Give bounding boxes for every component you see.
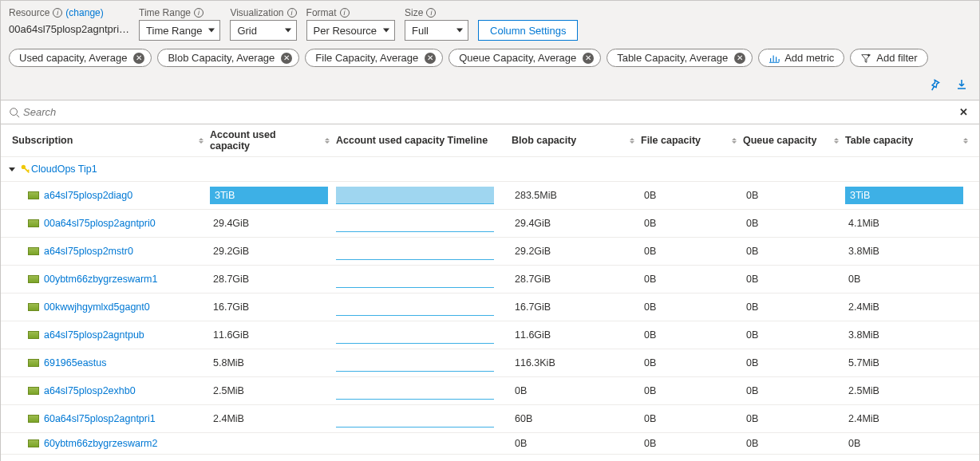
footer-toolbar: Done Editing Add text| Add query| Add me… — [1, 455, 979, 461]
file-capacity-value: 0B — [641, 246, 656, 257]
timeline-bar — [336, 354, 494, 372]
table-row: 00ybtm66zbygrzeswarm1 28.7GiB 28.7GiB 0B… — [1, 266, 979, 294]
remove-chip-icon[interactable]: ✕ — [425, 53, 436, 64]
blob-capacity-value: 116.3KiB — [512, 357, 555, 368]
format-dropdown[interactable]: Per Resource — [306, 20, 395, 41]
table-capacity-value: 5.7MiB — [845, 357, 879, 368]
column-settings-block: Column Settings — [478, 7, 578, 41]
remove-chip-icon[interactable]: ✕ — [583, 53, 594, 64]
storage-account-link[interactable]: 00kwwjhgymlxd5gagnt0 — [44, 301, 150, 313]
file-capacity-value: 0B — [641, 385, 656, 396]
col-blob[interactable]: Blob capacity — [508, 129, 638, 152]
timeline-bar — [336, 270, 494, 288]
filter-icon — [860, 53, 871, 64]
file-capacity-value: 0B — [641, 329, 656, 341]
storage-account-link[interactable]: 60ybtm66zbygrzeswarm2 — [44, 438, 157, 449]
info-icon[interactable]: i — [194, 8, 204, 18]
page-root: Resource i (change) 00a64sl75plosp2agntp… — [0, 0, 980, 461]
storage-account-link[interactable]: 60a64sl75plosp2agntpri1 — [44, 413, 156, 424]
storage-icon — [28, 359, 39, 367]
rows-container: a64sl75plosp2diag0 3TiB 283.5MiB 0B 0B 3… — [1, 182, 979, 455]
metric-chip[interactable]: Table Capacity, Average✕ — [607, 49, 753, 67]
storage-account-link[interactable]: a64sl75plosp2exhb0 — [44, 385, 136, 396]
size-dropdown[interactable]: Full — [405, 20, 468, 41]
storage-icon — [28, 191, 39, 199]
blob-capacity-value: 29.2GiB — [512, 246, 551, 257]
used-capacity-value: 11.6GiB — [210, 329, 249, 341]
parameters-toolbar: Resource i (change) 00a64sl75plosp2agntp… — [1, 1, 979, 44]
visualization-param: Visualizationi Grid — [230, 7, 296, 41]
expand-caret-icon[interactable] — [9, 167, 15, 171]
queue-capacity-value: 0B — [743, 385, 758, 396]
timeline-bar — [336, 410, 494, 428]
file-capacity-value: 0B — [641, 218, 656, 229]
col-subscription[interactable]: Subscription — [9, 129, 207, 152]
search-input[interactable] — [20, 104, 956, 120]
add-metric-chip[interactable]: Add metric — [758, 49, 844, 67]
column-settings-button[interactable]: Column Settings — [478, 20, 578, 41]
file-capacity-value: 0B — [641, 301, 656, 313]
sort-icon[interactable] — [325, 138, 330, 144]
remove-chip-icon[interactable]: ✕ — [734, 53, 745, 64]
group-name-link[interactable]: CloudOps Tip1 — [31, 164, 97, 175]
queue-capacity-value: 0B — [743, 438, 758, 449]
storage-account-link[interactable]: a64sl75plosp2agntpub — [44, 329, 144, 341]
sort-icon[interactable] — [630, 138, 634, 144]
file-capacity-value: 0B — [641, 438, 656, 449]
timeline-bar — [336, 242, 494, 260]
info-icon[interactable]: i — [287, 8, 297, 18]
metric-chip[interactable]: Used capacity, Average✕ — [9, 49, 152, 67]
visualization-dropdown[interactable]: Grid — [230, 20, 296, 41]
storage-account-link[interactable]: 691965eastus — [44, 357, 107, 368]
timeline-bar — [336, 326, 494, 344]
chart-icon — [769, 53, 780, 64]
sort-icon[interactable] — [834, 138, 839, 144]
storage-account-link[interactable]: a64sl75plosp2mstr0 — [44, 246, 133, 257]
download-icon[interactable] — [955, 78, 968, 93]
storage-account-link[interactable]: a64sl75plosp2diag0 — [44, 190, 132, 201]
blob-capacity-value: 28.7GiB — [512, 274, 551, 285]
sort-icon[interactable] — [963, 138, 968, 144]
search-bar: ✕ — [1, 100, 979, 124]
add-filter-chip[interactable]: Add filter — [850, 49, 927, 67]
resource-param: Resource i (change) 00a64sl75plosp2agntp… — [9, 7, 129, 35]
table-capacity-value: 0B — [845, 274, 860, 285]
storage-account-link[interactable]: 00a64sl75plosp2agntpri0 — [44, 218, 156, 229]
metric-chip[interactable]: File Capacity, Average✕ — [305, 49, 443, 67]
metric-chip[interactable]: Blob Capacity, Average✕ — [157, 49, 299, 67]
storage-icon — [28, 415, 39, 423]
used-capacity-bar: 3TiB — [210, 187, 328, 204]
table-capacity-value: 3.8MiB — [845, 329, 879, 341]
sort-icon[interactable] — [732, 138, 737, 144]
info-icon[interactable]: i — [340, 8, 350, 18]
col-file[interactable]: File capacity — [638, 129, 740, 152]
col-queue[interactable]: Queue capacity — [740, 129, 842, 152]
blob-capacity-value: 283.5MiB — [512, 190, 557, 201]
file-capacity-value: 0B — [641, 413, 656, 424]
storage-account-link[interactable]: 00ybtm66zbygrzeswarm1 — [44, 274, 157, 285]
size-label: Size — [405, 7, 423, 18]
time-range-dropdown[interactable]: Time Range — [139, 20, 220, 41]
info-icon[interactable]: i — [426, 8, 436, 18]
col-used[interactable]: Account used capacity — [207, 129, 333, 152]
info-icon[interactable]: i — [53, 8, 62, 18]
blob-capacity-value: 29.4GiB — [512, 218, 551, 229]
results-grid: Subscription Account used capacity Accou… — [1, 124, 979, 455]
change-resource-link[interactable]: (change) — [65, 7, 103, 18]
remove-chip-icon[interactable]: ✕ — [281, 53, 292, 64]
col-timeline[interactable]: Account used capacity Timeline — [333, 129, 508, 152]
col-table[interactable]: Table capacity — [842, 129, 971, 152]
group-row[interactable]: CloudOps Tip1 — [1, 157, 979, 182]
table-capacity-value: 2.4MiB — [845, 413, 879, 424]
blob-capacity-value: 11.6GiB — [512, 329, 551, 341]
blob-capacity-value: 0B — [512, 438, 527, 449]
table-row: 00a64sl75plosp2agntpri0 29.4GiB 29.4GiB … — [1, 210, 979, 238]
metric-chip[interactable]: Queue Capacity, Average✕ — [449, 49, 601, 67]
pin-icon[interactable] — [928, 78, 941, 93]
table-row: a64sl75plosp2exhb0 2.5MiB 0B 0B 0B 2.5Mi… — [1, 377, 979, 405]
clear-search-icon[interactable]: ✕ — [956, 106, 971, 118]
sort-icon[interactable] — [199, 138, 204, 144]
remove-chip-icon[interactable]: ✕ — [133, 53, 144, 64]
used-capacity-value: 5.8MiB — [210, 357, 244, 368]
storage-icon — [28, 387, 39, 395]
